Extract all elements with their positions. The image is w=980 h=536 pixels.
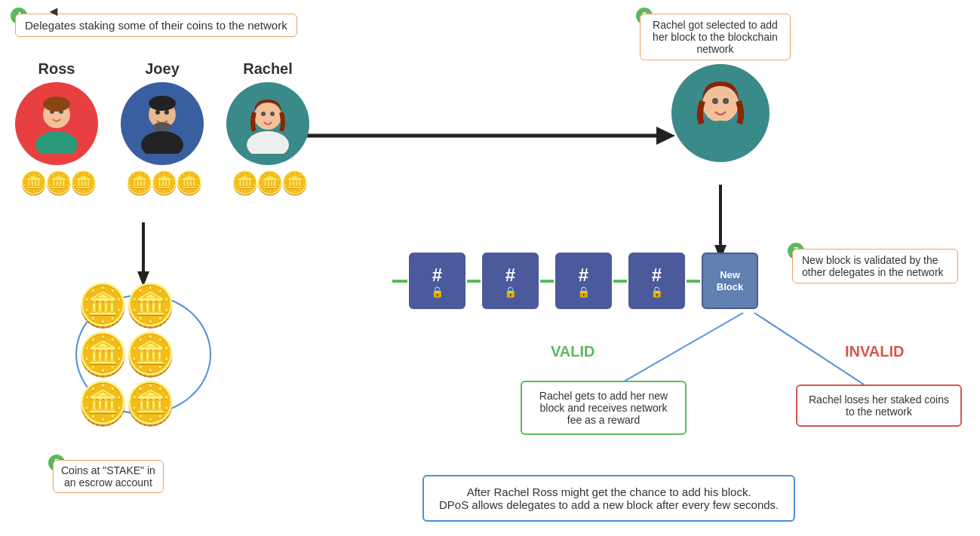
rachel-left-avatar <box>226 82 309 165</box>
svg-point-17 <box>149 96 176 111</box>
svg-point-22 <box>270 112 275 116</box>
svg-line-6 <box>619 313 743 384</box>
block-1: # 🔒 <box>409 253 465 309</box>
delegates-row: Ross 🪙🪙🪙 Joey <box>15 60 309 196</box>
svg-point-14 <box>141 131 183 154</box>
svg-point-18 <box>153 122 171 131</box>
valid-label: VALID <box>551 343 595 360</box>
ross-coins: 🪙🪙🪙 <box>20 170 94 196</box>
svg-point-9 <box>35 131 78 154</box>
svg-point-21 <box>261 112 266 116</box>
block-3: # 🔒 <box>555 253 612 309</box>
block-4: # 🔒 <box>628 253 685 309</box>
chain-line-4 <box>687 280 700 283</box>
blockchain-row: # 🔒 # 🔒 # 🔒 # 🔒 NewBlock <box>392 253 760 309</box>
staked-coins: 🪙🪙🪙🪙🪙🪙 <box>75 294 211 415</box>
summary-box: After Rachel Ross might get the chance t… <box>422 475 795 522</box>
ross-avatar <box>15 82 98 165</box>
svg-point-12 <box>43 96 70 112</box>
rachel-left-name: Rachel <box>243 60 293 78</box>
svg-point-23 <box>702 86 739 122</box>
delegate-ross: Ross 🪙🪙🪙 <box>15 60 98 196</box>
back-arrow: ◄ <box>47 4 60 20</box>
svg-point-25 <box>712 98 718 104</box>
rachel-selected <box>671 64 770 162</box>
new-block: NewBlock <box>702 253 758 309</box>
joey-avatar <box>121 82 204 165</box>
invalid-outcome-box: Rachel loses her staked coins to the net… <box>796 384 962 427</box>
chain-line-2 <box>540 280 554 283</box>
rachel-selected-avatar <box>671 64 770 162</box>
invalid-label: INVALID <box>845 343 905 360</box>
step7-label: New block is validated by the other dele… <box>792 249 958 283</box>
delegate-joey: Joey 🪙🪙🪙 <box>121 60 204 196</box>
step6-label: Rachel got selected to add her block to … <box>640 14 791 60</box>
svg-point-20 <box>247 131 289 154</box>
svg-point-26 <box>723 98 729 104</box>
step5-label: Coins at "STAKE" in an escrow account <box>53 460 164 493</box>
svg-point-16 <box>164 110 169 115</box>
joey-name: Joey <box>145 60 180 78</box>
svg-point-19 <box>254 103 281 130</box>
chain-line-3 <box>613 280 627 283</box>
svg-point-15 <box>155 110 160 115</box>
svg-point-24 <box>694 121 747 151</box>
chain-line-start <box>392 280 407 283</box>
rachel-coins: 🪙🪙🪙 <box>231 170 306 196</box>
chain-line-1 <box>467 280 481 283</box>
block-2: # 🔒 <box>482 253 539 309</box>
delegate-rachel-left: Rachel 🪙🪙🪙 <box>226 60 309 196</box>
valid-outcome-box: Rachel gets to add her new block and rec… <box>521 381 687 435</box>
joey-coins: 🪙🪙🪙 <box>125 170 200 196</box>
diagram: 4 Delegates staking some of their coins … <box>0 0 980 536</box>
ross-name: Ross <box>38 60 75 78</box>
